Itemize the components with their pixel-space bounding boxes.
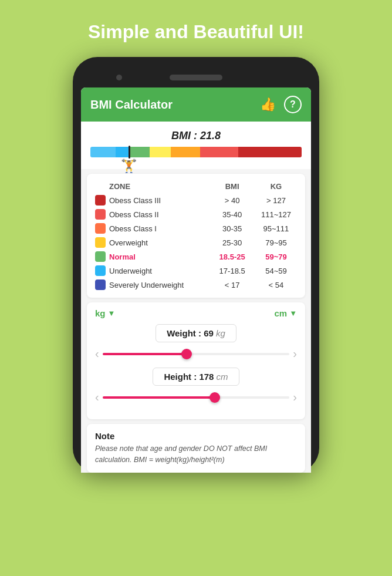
weight-slider-track[interactable] (103, 353, 290, 355)
height-unit-chevron: ▼ (289, 309, 297, 318)
table-row: Obess Class III> 40> 127 (93, 193, 299, 207)
height-increment[interactable]: › (293, 390, 297, 404)
toolbar-icons: 👍 ? (260, 96, 302, 113)
height-unit-label: cm (274, 308, 287, 318)
zone-cell: Obess Class I (93, 221, 211, 235)
zone-bmi: 30-35 (211, 221, 252, 235)
zone-bmi: 17-18.5 (211, 264, 252, 278)
bmi-pointer: 🏋 (121, 159, 137, 174)
zone-bmi: 18.5-25 (211, 250, 252, 264)
toolbar-title: BMI Calculator (90, 98, 173, 112)
kg-col-header: KG (253, 180, 299, 193)
weight-unit-chevron: ▼ (108, 309, 116, 318)
zone-kg: 79~95 (253, 235, 299, 250)
zone-label: Obess Class II (109, 210, 159, 219)
zone-bmi: < 17 (211, 278, 252, 292)
zone-cell: Obess Class II (93, 207, 211, 221)
zone-kg: 54~59 (253, 264, 299, 278)
weight-label: Weight : 69 (167, 328, 214, 338)
zone-card: ZONE BMI KG Obess Class III> 40> 127Obes… (87, 174, 305, 298)
zone-color-dot (95, 251, 106, 262)
weight-slider-row: ‹ › (95, 347, 297, 361)
height-decrement[interactable]: ‹ (95, 390, 99, 404)
zone-label: Obess Class III (109, 196, 161, 205)
weight-slider-fill (103, 353, 187, 355)
page-title: Simple and Beautiful UI! (88, 21, 304, 43)
height-slider-row: ‹ › (95, 390, 297, 404)
weight-slider-thumb[interactable] (181, 349, 192, 359)
zone-label: Obess Class I (109, 224, 157, 233)
height-slider-track[interactable] (103, 396, 290, 399)
weight-increment[interactable]: › (293, 347, 297, 361)
zone-kg: < 54 (253, 278, 299, 292)
zone-cell: Normal (93, 250, 211, 264)
bmi-section: BMI : 21.8 🏋 (81, 122, 311, 169)
zone-color-dot (95, 209, 106, 220)
weight-decrement[interactable]: ‹ (95, 347, 99, 361)
table-row: Obess Class I30-3595~111 (93, 221, 299, 235)
zone-cell: Overweight (93, 235, 211, 250)
zone-label: Severely Underweight (109, 281, 184, 289)
phone-speaker (170, 75, 222, 80)
table-row: Overweight25-3079~95 (93, 235, 299, 250)
height-slider-fill (103, 396, 215, 399)
height-label: Height : 178 (164, 372, 214, 382)
weight-unit-selector[interactable]: kg ▼ (95, 308, 115, 318)
zone-label: Normal (109, 252, 136, 261)
zone-label: Overweight (109, 238, 148, 247)
help-icon[interactable]: ? (284, 96, 302, 113)
zone-bmi: 35-40 (211, 207, 252, 221)
zone-color-dot (95, 195, 106, 206)
phone-device: BMI Calculator 👍 ? BMI : 21.8 🏋 ZONE (73, 57, 319, 473)
zone-table: ZONE BMI KG Obess Class III> 40> 127Obes… (93, 180, 299, 292)
table-row: Severely Underweight< 17< 54 (93, 278, 299, 292)
bmi-bar (90, 147, 302, 157)
height-display: Height : 178 cm (153, 368, 239, 386)
phone-camera (116, 75, 122, 80)
zone-kg: 111~127 (253, 207, 299, 221)
weight-display: Weight : 69 kg (156, 324, 236, 342)
zone-kg: > 127 (253, 193, 299, 207)
zone-bmi: 25-30 (211, 235, 252, 250)
bmi-indicator (129, 146, 130, 159)
toolbar: BMI Calculator 👍 ? (81, 87, 311, 122)
zone-col-header: ZONE (93, 180, 211, 193)
zone-cell: Obess Class III (93, 193, 211, 207)
zone-kg: 95~111 (253, 221, 299, 235)
table-row: Normal18.5-2559~79 (93, 250, 299, 264)
height-unit-suffix: cm (217, 372, 228, 382)
phone-screen: BMI Calculator 👍 ? BMI : 21.8 🏋 ZONE (81, 87, 311, 473)
table-row: Underweight17-18.554~59 (93, 264, 299, 278)
input-card: kg ▼ cm ▼ Weight : 69 kg ‹ › (87, 302, 305, 419)
zone-color-dot (95, 265, 106, 276)
weight-unit-label: kg (95, 308, 106, 318)
height-unit-selector[interactable]: cm ▼ (274, 308, 297, 318)
zone-kg: 59~79 (253, 250, 299, 264)
bmi-value: BMI : 21.8 (171, 130, 221, 142)
zone-color-dot (95, 279, 106, 290)
weight-unit-suffix: kg (216, 328, 225, 338)
zone-color-dot (95, 237, 106, 248)
height-slider-thumb[interactable] (209, 392, 220, 403)
note-text: Please note that age and gender DO NOT a… (95, 443, 297, 466)
bmi-bar-container: 🏋 (90, 147, 302, 157)
table-row: Obess Class II35-40111~127 (93, 207, 299, 221)
unit-selectors: kg ▼ cm ▼ (95, 308, 297, 318)
zone-cell: Underweight (93, 264, 211, 278)
note-title: Note (95, 431, 297, 441)
zone-bmi: > 40 (211, 193, 252, 207)
zone-cell: Severely Underweight (93, 278, 211, 292)
zone-label: Underweight (109, 267, 152, 275)
zone-color-dot (95, 223, 106, 234)
bmi-col-header: BMI (211, 180, 252, 193)
phone-top-bar (81, 68, 311, 87)
note-card: Note Please note that age and gender DO … (87, 424, 305, 473)
like-icon[interactable]: 👍 (260, 97, 276, 112)
